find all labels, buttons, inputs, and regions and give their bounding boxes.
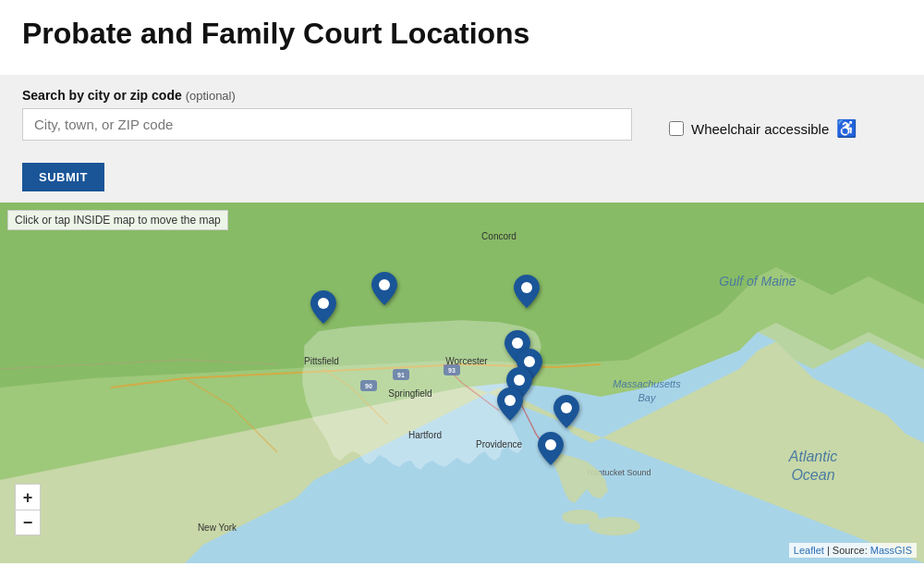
search-left: Search by city or zip code (optional) xyxy=(22,88,632,141)
svg-text:Worcester: Worcester xyxy=(445,356,488,366)
svg-text:Pittsfield: Pittsfield xyxy=(304,356,339,366)
map-pin[interactable] xyxy=(553,395,579,428)
svg-text:Springfield: Springfield xyxy=(388,388,432,399)
search-label: Search by city or zip code (optional) xyxy=(22,88,632,103)
svg-text:Ocean: Ocean xyxy=(791,467,834,483)
map-pin[interactable] xyxy=(514,275,540,308)
svg-point-23 xyxy=(318,298,329,309)
submit-row: SUBMIT xyxy=(0,154,924,203)
wheelchair-filter: Wheelchair accessible ♿ xyxy=(669,118,857,141)
svg-text:Atlantic: Atlantic xyxy=(788,449,837,464)
wheelchair-label: Wheelchair accessible xyxy=(691,121,829,137)
search-label-optional: (optional) xyxy=(186,89,236,103)
map-pin[interactable] xyxy=(371,272,397,305)
svg-point-24 xyxy=(379,279,390,290)
wheelchair-checkbox[interactable] xyxy=(669,121,684,136)
zoom-in-button[interactable]: + xyxy=(15,484,41,510)
svg-text:New York: New York xyxy=(198,523,237,533)
map-pin[interactable] xyxy=(310,290,336,324)
svg-point-29 xyxy=(505,395,516,406)
svg-text:Massachusetts: Massachusetts xyxy=(613,378,681,389)
svg-text:Providence: Providence xyxy=(476,439,522,449)
map-hint: Click or tap INSIDE map to move the map xyxy=(7,210,228,230)
leaflet-credit: Leaflet xyxy=(794,545,824,556)
map-pin[interactable] xyxy=(497,387,523,421)
svg-text:Hartford: Hartford xyxy=(408,430,442,440)
svg-text:Bay: Bay xyxy=(638,392,657,403)
search-input[interactable] xyxy=(22,108,632,141)
zoom-out-button[interactable]: − xyxy=(15,510,41,535)
search-section: Search by city or zip code (optional) Wh… xyxy=(0,75,924,154)
svg-point-30 xyxy=(561,402,572,413)
page-header: Probate and Family Court Locations xyxy=(0,0,924,75)
attribution-separator: | Source: xyxy=(824,545,870,556)
submit-button[interactable]: SUBMIT xyxy=(22,163,104,191)
map-background: 90 91 93 Gulf of Maine Atlantic Ocean Ma… xyxy=(0,203,924,563)
zoom-controls: + − xyxy=(15,484,41,535)
wheelchair-icon: ♿ xyxy=(836,118,857,139)
svg-text:Gulf of Maine: Gulf of Maine xyxy=(719,274,796,289)
map-pin[interactable] xyxy=(538,432,564,465)
svg-point-22 xyxy=(589,517,640,535)
map-container[interactable]: 90 91 93 Gulf of Maine Atlantic Ocean Ma… xyxy=(0,203,924,563)
svg-point-26 xyxy=(512,338,523,349)
page-title: Probate and Family Court Locations xyxy=(22,17,902,51)
svg-point-25 xyxy=(521,282,532,293)
svg-point-31 xyxy=(545,439,556,450)
svg-point-28 xyxy=(514,375,525,386)
svg-point-27 xyxy=(524,356,535,367)
map-attribution: Leaflet | Source: MassGIS xyxy=(789,543,917,558)
massgis-credit: MassGIS xyxy=(870,545,912,556)
svg-text:Concord: Concord xyxy=(481,231,517,241)
